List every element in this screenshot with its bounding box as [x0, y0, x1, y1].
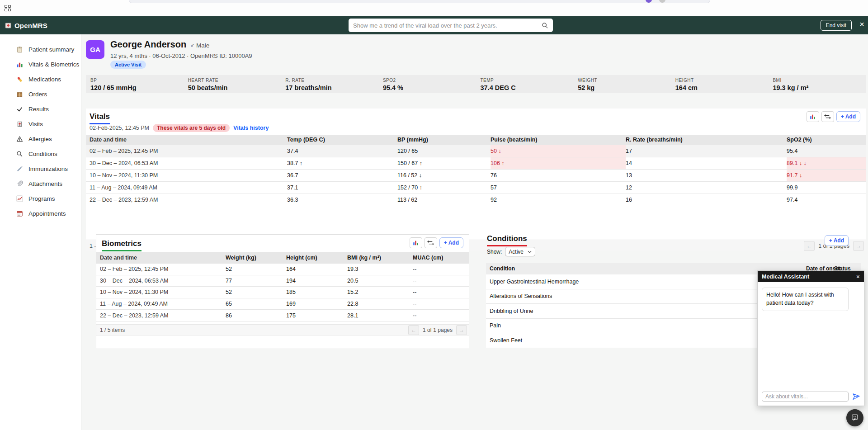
table-row: 30 – Dec – 2024, 06:53 AM 38.7 ↑ 150 / 6…	[86, 157, 866, 169]
vitals-recorded-date: 02-Feb-2025, 12:45 PM	[90, 125, 149, 131]
show-filter-label: Show:	[487, 249, 502, 255]
conditions-add-button[interactable]: + Add	[825, 235, 849, 246]
table-row: 02 – Feb – 2025, 12:45 PM 37.4 120 / 65 …	[86, 145, 866, 157]
bar-chart-icon	[809, 113, 816, 120]
pill-icon	[16, 76, 23, 83]
vitals-history-link[interactable]: Vitals history	[233, 125, 269, 131]
sidebar-item-conditions[interactable]: Conditions	[0, 146, 81, 161]
chart-view-button[interactable]	[410, 237, 422, 248]
abnormal-pulse-cell: 50 ↓	[491, 145, 626, 157]
table-view-button[interactable]	[425, 237, 437, 248]
summary-weight: WEIGHT 52 kg	[573, 75, 671, 93]
patient-gender: ♂ Male	[190, 42, 209, 49]
syringe-icon	[16, 165, 23, 172]
biometrics-add-button[interactable]: + Add	[439, 237, 463, 248]
items-range: 1 / 5 items	[100, 327, 125, 333]
table-row: 10 – Nov – 2024, 11:30 PM 52 185 15.2 --	[96, 287, 469, 298]
stale-vitals-tag: These vitals are 5 days old	[153, 124, 230, 132]
sidebar-item-label: Allergies	[28, 136, 52, 142]
clipboard-icon	[16, 46, 23, 53]
assistant-chat-input[interactable]	[762, 392, 849, 402]
magnifier-icon	[16, 151, 23, 157]
sidebar-item-results[interactable]: Results	[0, 102, 81, 117]
biometrics-table-header: Date and time Weight (kg) Height (cm) BM…	[96, 252, 469, 264]
summary-bmi: BMI 19.3 kg / m²	[768, 75, 866, 93]
vitals-add-button[interactable]: + Add	[836, 111, 860, 122]
close-icon[interactable]: ×	[856, 273, 860, 280]
sidebar-item-label: Vitals & Biometrics	[28, 61, 79, 68]
sidebar-item-programs[interactable]: Programs	[0, 191, 81, 206]
abnormal-pulse-cell: 106 ↑	[491, 157, 626, 169]
assistant-search-input[interactable]	[353, 22, 542, 29]
close-icon[interactable]: ×	[859, 19, 864, 29]
table-row: 22 – Dec – 2023, 12:59 AM 86 175 28.1 --	[96, 310, 469, 321]
sidebar-item-orders[interactable]: Orders	[0, 87, 81, 102]
chat-bot-icon	[850, 413, 860, 423]
sidebar-item-label: Conditions	[28, 151, 57, 157]
checkmark-icon	[16, 106, 23, 113]
assistant-title: Medical Assistant	[762, 274, 809, 280]
sidebar-item-vitals-biometrics[interactable]: Vitals & Biometrics	[0, 57, 81, 72]
vitals-panel: Vitals 02-Feb-2025, 12:45 PM These vital…	[86, 109, 866, 251]
sidebar-item-allergies[interactable]: Allergies	[0, 132, 81, 146]
sidebar-item-label: Attachments	[28, 180, 62, 187]
openmrs-patient-chart: OpenMRS End visit × Patient summary Vita…	[0, 0, 868, 430]
sidebar-item-immunizations[interactable]: Immunizations	[0, 161, 81, 176]
summary-r-rate: R. RATE 17 breaths/min	[281, 75, 378, 93]
sidebar-item-medications[interactable]: Medications	[0, 72, 81, 87]
end-visit-button[interactable]: End visit	[821, 20, 852, 31]
sidebar-item-patient-summary[interactable]: Patient summary	[0, 42, 81, 57]
table-row: 10 – Nov – 2024, 11:30 PM 36.7 116 / 52 …	[86, 169, 866, 181]
summary-height: HEIGHT 164 cm	[671, 75, 769, 93]
summary-spo2: SPO2 95.4 %	[378, 75, 476, 93]
browser-omnibox	[129, 0, 710, 3]
biometrics-title: Biometrics	[102, 239, 142, 251]
app-title: OpenMRS	[14, 22, 47, 29]
sidebar-item-visits[interactable]: Visits	[0, 117, 81, 132]
biometrics-panel: Biometrics + Add Date and time Weight (k…	[96, 234, 469, 349]
table-row: 22 – Dec – 2023, 12:59 AM 36.3 113 / 62 …	[86, 194, 866, 206]
sidebar-item-label: Immunizations	[28, 165, 68, 172]
medical-assistant-widget: Medical Assistant × Hello! How can I ass…	[757, 270, 864, 406]
table-row: 11 – Aug – 2024, 09:49 AM 37.1 152 / 70 …	[86, 181, 866, 194]
sidebar-item-label: Patient summary	[28, 46, 74, 53]
openmrs-logo[interactable]: OpenMRS	[5, 22, 47, 29]
sidebar-item-appointments[interactable]: Appointments	[0, 206, 81, 221]
swap-arrows-icon	[427, 240, 434, 246]
patient-meta: 12 yrs, 4 mths · 06-Oct-2012 · OpenMRS I…	[110, 52, 252, 59]
avatar: GA	[86, 40, 104, 59]
bar-chart-icon	[412, 240, 419, 246]
browser-chrome	[0, 0, 868, 16]
table-row: 02 – Feb – 2025, 12:45 PM 52 164 19.3 --	[96, 264, 469, 275]
sidebar-item-label: Appointments	[28, 210, 66, 217]
summary-bp: BP 120 / 65 mmHg	[86, 75, 184, 93]
sidebar-item-attachments[interactable]: Attachments	[0, 176, 81, 191]
app-header: OpenMRS End visit ×	[0, 16, 868, 34]
abnormal-spo2-cell: 91.7 ↓	[787, 170, 866, 181]
package-icon	[16, 91, 23, 98]
sidebar-item-label: Programs	[28, 195, 55, 202]
table-row: 11 – Aug – 2024, 09:49 AM 65 169 22.8 --	[96, 298, 469, 310]
search-icon[interactable]	[542, 22, 548, 29]
summary-temp: TEMP 37.4 DEG C	[476, 75, 574, 93]
hospital-icon	[16, 121, 23, 128]
patient-chart-main: GA George Anderson ♂ Male 12 yrs, 4 mths…	[81, 34, 868, 430]
sidebar-item-label: Visits	[28, 121, 43, 128]
assistant-fab-button[interactable]	[846, 409, 863, 426]
line-chart-icon	[16, 195, 23, 202]
table-view-button[interactable]	[821, 111, 834, 122]
abnormal-spo2-cell: 89.1 ↓ ↓	[787, 157, 866, 169]
conditions-filter-select[interactable]: Active	[505, 247, 535, 256]
assistant-message-bubble: Hello! How can I assist with patient dat…	[762, 288, 849, 311]
conditions-title: Conditions	[487, 234, 527, 246]
paperclip-icon	[16, 180, 23, 187]
assistant-search-bar[interactable]	[349, 19, 553, 32]
prev-page-button[interactable]: ←	[408, 325, 419, 335]
next-page-button[interactable]: →	[456, 325, 467, 335]
hospital-logo-icon	[5, 22, 12, 29]
chevron-down-icon	[528, 250, 532, 253]
send-icon[interactable]	[852, 392, 860, 401]
chart-view-button[interactable]	[807, 111, 819, 122]
app-grid-icon[interactable]	[5, 5, 11, 12]
assistant-header[interactable]: Medical Assistant ×	[758, 271, 864, 282]
